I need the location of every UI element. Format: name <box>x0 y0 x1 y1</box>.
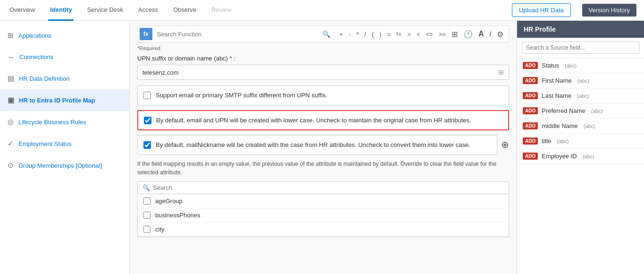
field-name-status: Status <box>542 62 559 69</box>
dropdown-item-city[interactable]: city <box>138 223 509 237</box>
formula-bar: fx 🔍 + - * / ( ) = != > < <= >= ⊞ 🕐 A i … <box>137 26 509 43</box>
op-divide[interactable]: / <box>363 30 368 39</box>
op-gte[interactable]: >= <box>437 30 447 39</box>
field-type-firstname: (abc) <box>577 78 589 84</box>
op-gt[interactable]: > <box>406 30 412 39</box>
sidebar-item-hr-profile-map[interactable]: ▣ HR to Entra ID Profile Map <box>0 89 129 111</box>
version-history-button[interactable]: Version History <box>582 4 636 17</box>
field-name-preferredname: Preferred Name <box>542 107 585 114</box>
op-minus[interactable]: - <box>347 30 352 39</box>
sidebar-label-employment-status: Employment Status <box>18 140 72 147</box>
hr-profile-map-icon: ▣ <box>8 96 14 104</box>
nav-overview[interactable]: Overview <box>8 0 37 21</box>
sidebar-item-lifecycle-rules[interactable]: ◎ Lifecycle Business Rules <box>0 111 129 133</box>
nav-observe[interactable]: Observe <box>171 0 198 21</box>
sidebar-label-hr-data-definition: HR Data Definition <box>19 75 70 82</box>
upn-section-label: UPN suffix or domain name (abc) * : <box>137 55 509 62</box>
op-not-equals[interactable]: != <box>395 30 403 39</box>
field-type-middlename: (abc) <box>584 123 595 129</box>
ado-badge-title: ADO <box>523 137 538 145</box>
add-button[interactable]: ⊕ <box>501 139 509 150</box>
agegroup-checkbox[interactable] <box>143 197 151 205</box>
op-font[interactable]: A <box>477 29 485 39</box>
hr-field-preferredname[interactable]: ADO Preferred Name (abc) <box>517 103 644 119</box>
attribute-search-container: 🔍 <box>137 181 509 194</box>
sidebar-item-group-memberships[interactable]: ⊙ Group Memberships [Optional] <box>0 154 129 176</box>
required-label: *Required <box>137 45 509 51</box>
employment-status-icon: ✓ <box>8 139 14 148</box>
attribute-search-icon: 🔍 <box>142 184 150 191</box>
field-type-employeeid: (abc) <box>583 154 594 159</box>
applications-icon: ⊞ <box>8 31 14 40</box>
ado-badge-lastname: ADO <box>523 92 538 99</box>
hr-data-definition-icon: ▤ <box>8 74 14 83</box>
op-grid[interactable]: ⊞ <box>450 29 459 40</box>
ado-badge-firstname: ADO <box>523 77 538 84</box>
op-close-paren[interactable]: ) <box>378 30 383 39</box>
businessphones-checkbox[interactable] <box>143 212 151 219</box>
hr-panel-search-container <box>517 38 644 58</box>
hr-field-middlename[interactable]: ADO middle Name (abc) <box>517 119 644 134</box>
op-lte[interactable]: <= <box>425 30 435 39</box>
dropdown-item-businessphones[interactable]: businessPhones <box>138 208 509 223</box>
op-open-paren[interactable]: ( <box>370 30 375 39</box>
nav-identity[interactable]: Identity <box>48 0 74 21</box>
sidebar-label-group-memberships: Group Memberships [Optional] <box>18 162 102 169</box>
sidebar-label-hr-profile-map: HR to Entra ID Profile Map <box>19 97 95 104</box>
sidebar-item-employment-status[interactable]: ✓ Employment Status <box>0 133 129 154</box>
sidebar-item-connections[interactable]: ↔ Connections <box>0 46 129 68</box>
attribute-search-input[interactable] <box>153 184 504 191</box>
sidebar-label-applications: Applications <box>18 32 51 39</box>
field-name-lastname: Last Name <box>542 92 571 99</box>
attribute-dropdown-list: ageGroup businessPhones city <box>137 194 509 237</box>
op-lt[interactable]: < <box>415 30 422 39</box>
upn-input-container: telesenz.com ⊞ <box>137 65 509 80</box>
mailnickname-checkbox-label: By default, mailNickname will be created… <box>156 140 470 150</box>
mailnickname-checkbox[interactable] <box>143 141 151 149</box>
lifecycle-rules-icon: ◎ <box>8 118 14 126</box>
ado-badge-employeeid: ADO <box>523 153 538 160</box>
field-type-title: (abc) <box>557 138 569 144</box>
field-type-preferredname: (abc) <box>591 108 603 114</box>
nav-access[interactable]: Access <box>136 0 160 21</box>
info-text: If the field mapping results in an empty… <box>137 160 509 177</box>
city-checkbox[interactable] <box>143 226 151 233</box>
toolbar-operators: + - * / ( ) = != > < <= >= ⊞ 🕐 A i ⚙ <box>334 29 509 40</box>
hr-field-firstname[interactable]: ADO First Name (abc) <box>517 73 644 88</box>
mailnickname-checkbox-row: By default, mailNickname will be created… <box>137 135 497 155</box>
smtp-checkbox[interactable] <box>143 92 151 99</box>
sidebar-label-connections: Connections <box>19 53 53 60</box>
ado-badge-middlename: ADO <box>523 122 538 129</box>
hr-field-status[interactable]: ADO Status (abc) <box>517 58 644 73</box>
field-name-firstname: First Name <box>542 77 572 84</box>
hr-field-employeeid[interactable]: ADO Employee ID (abc) <box>517 149 644 164</box>
nav-service-desk[interactable]: Service Desk <box>85 0 125 21</box>
dropdown-item-agegroup[interactable]: ageGroup <box>138 194 509 208</box>
lowercase-checkbox[interactable] <box>144 117 151 124</box>
op-multiply[interactable]: * <box>355 30 360 39</box>
sidebar-item-applications[interactable]: ⊞ Applications <box>0 25 129 46</box>
op-equals[interactable]: = <box>386 30 393 39</box>
hr-field-lastname[interactable]: ADO Last Name (abc) <box>517 88 644 103</box>
op-settings[interactable]: ⚙ <box>495 29 505 40</box>
ado-badge-status: ADO <box>523 62 538 69</box>
op-info[interactable]: i <box>488 29 493 39</box>
upn-value: telesenz.com <box>142 69 179 76</box>
field-name-middlename: middle Name <box>542 122 578 129</box>
formula-search-icon[interactable]: 🔍 <box>318 30 334 38</box>
agegroup-label: ageGroup <box>155 197 183 205</box>
op-plus[interactable]: + <box>338 30 344 39</box>
nav-review: Review <box>209 0 234 21</box>
formula-input[interactable] <box>154 31 319 38</box>
hr-panel-fields-list: ADO Status (abc) ADO First Name (abc) AD… <box>517 58 644 274</box>
field-name-employeeid: Employee ID <box>542 153 577 160</box>
hr-panel-search-input[interactable] <box>522 42 639 54</box>
upload-hr-data-button[interactable]: Upload HR Data <box>512 3 571 17</box>
op-clock[interactable]: 🕐 <box>462 29 474 40</box>
sidebar-item-hr-data-definition[interactable]: ▤ HR Data Definition <box>0 68 129 89</box>
main-layout: ⊞ Applications ↔ Connections ▤ HR Data D… <box>0 21 644 274</box>
top-navigation: Overview Identity Service Desk Access Ob… <box>0 0 644 21</box>
field-name-title: title <box>542 137 551 145</box>
grid-picker-icon[interactable]: ⊞ <box>498 68 504 76</box>
hr-field-title[interactable]: ADO title (abc) <box>517 134 644 149</box>
